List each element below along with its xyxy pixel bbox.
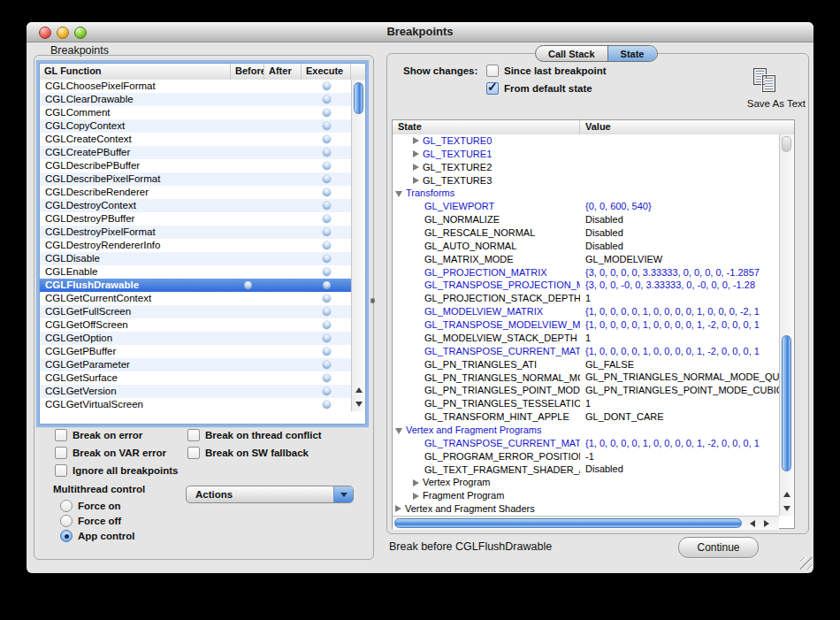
after-cell[interactable] <box>264 199 302 212</box>
column-header-after[interactable]: After <box>264 64 302 80</box>
before-cell[interactable] <box>231 133 264 146</box>
after-cell[interactable] <box>264 212 302 226</box>
execute-cell[interactable] <box>302 239 351 252</box>
after-cell[interactable] <box>264 186 302 199</box>
scroll-up-button[interactable] <box>352 383 366 397</box>
execute-cell[interactable] <box>302 226 351 239</box>
tab-call-stack[interactable]: Call Stack <box>536 46 607 61</box>
column-header-value[interactable]: Value <box>580 120 794 134</box>
execute-breakpoint-icon[interactable] <box>323 202 331 210</box>
execute-cell[interactable] <box>302 332 351 345</box>
state-row[interactable]: GL_PROGRAM_ERROR_POSITION_A-1 <box>393 450 779 463</box>
gl-function-row[interactable]: CGLDescribeRenderer <box>40 186 351 199</box>
tab-state[interactable]: State <box>607 46 657 61</box>
execute-cell[interactable] <box>302 279 351 292</box>
gl-function-row[interactable]: CGLGetPBuffer <box>40 345 351 358</box>
after-cell[interactable] <box>264 398 302 411</box>
before-cell[interactable] <box>231 265 264 279</box>
state-row[interactable]: Vertex and Fragment Shaders <box>393 502 779 516</box>
gl-function-row[interactable]: CGLDescribePBuffer <box>40 159 351 172</box>
gl-function-row[interactable]: CGLCopyContext <box>40 119 351 133</box>
execute-breakpoint-icon[interactable] <box>323 361 331 369</box>
gl-function-row[interactable]: CGLDestroyPixelFormat <box>40 226 351 239</box>
disclosure-collapsed-icon[interactable] <box>413 177 419 184</box>
after-cell[interactable] <box>264 146 302 159</box>
after-cell[interactable] <box>264 226 302 239</box>
execute-cell[interactable] <box>302 345 351 358</box>
ignore-all-breakpoints-checkbox[interactable]: Ignore all breakpoints <box>55 464 179 477</box>
after-cell[interactable] <box>264 93 302 106</box>
before-cell[interactable] <box>231 93 264 106</box>
gl-function-row[interactable]: CGLGetFullScreen <box>40 305 351 318</box>
after-cell[interactable] <box>264 133 302 146</box>
state-row[interactable]: GL_PN_TRIANGLES_POINT_MODE_GL_PN_TRIANGL… <box>393 384 779 397</box>
after-cell[interactable] <box>264 80 302 93</box>
execute-breakpoint-icon[interactable] <box>323 135 331 143</box>
before-cell[interactable] <box>231 371 264 385</box>
execute-breakpoint-icon[interactable] <box>323 109 331 117</box>
after-cell[interactable] <box>264 119 302 133</box>
before-cell[interactable] <box>231 318 264 332</box>
execute-cell[interactable] <box>302 305 351 318</box>
disclosure-collapsed-icon[interactable] <box>413 150 419 157</box>
scroll-left-button[interactable] <box>745 517 760 531</box>
execute-breakpoint-icon[interactable] <box>323 149 331 157</box>
after-cell[interactable] <box>264 345 302 358</box>
execute-cell[interactable] <box>302 119 351 133</box>
gl-function-row[interactable]: CGLDescribePixelFormat <box>40 172 351 186</box>
column-header-before[interactable]: Before <box>231 64 264 80</box>
after-cell[interactable] <box>264 385 302 398</box>
state-row[interactable]: GL_TRANSPOSE_CURRENT_MATRI{1, 0, 0, 0, 0… <box>393 437 779 450</box>
before-cell[interactable] <box>231 186 264 199</box>
before-cell[interactable] <box>231 332 264 345</box>
gl-function-row[interactable]: CGLGetOffScreen <box>40 318 351 332</box>
execute-cell[interactable] <box>302 133 351 146</box>
before-cell[interactable] <box>231 292 264 305</box>
state-row[interactable]: GL_TEXTURE2 <box>393 161 779 174</box>
since-last-breakpoint-checkbox[interactable]: Since last breakpoint <box>486 65 607 77</box>
break-on-thread-conflict-checkbox[interactable]: Break on thread conflict <box>187 429 322 441</box>
before-breakpoint-icon[interactable] <box>244 281 252 289</box>
break-on-error-checkbox[interactable]: Break on error <box>55 429 142 441</box>
resize-grip[interactable] <box>800 557 813 570</box>
before-cell[interactable] <box>231 252 264 265</box>
execute-cell[interactable] <box>302 265 351 279</box>
execute-cell[interactable] <box>302 172 351 186</box>
scrollbar-thumb[interactable] <box>394 518 742 528</box>
gl-function-row[interactable]: CGLClearDrawable <box>40 93 351 106</box>
before-cell[interactable] <box>231 358 264 371</box>
execute-cell[interactable] <box>302 385 351 398</box>
after-cell[interactable] <box>264 358 302 371</box>
execute-cell[interactable] <box>302 318 351 332</box>
execute-breakpoint-icon[interactable] <box>323 122 331 130</box>
disclosure-collapsed-icon[interactable] <box>413 137 419 144</box>
execute-cell[interactable] <box>302 80 351 93</box>
scrollbar-thumb[interactable] <box>782 335 791 471</box>
state-row[interactable]: GL_NORMALIZEDisabled <box>393 213 779 226</box>
gl-list-vertical-scrollbar[interactable] <box>351 80 365 411</box>
column-header-execute[interactable]: Execute <box>302 64 351 80</box>
before-cell[interactable] <box>231 172 264 186</box>
state-row[interactable]: GL_PROJECTION_MATRIX{3, 0, 0, 0, 0, 3.33… <box>393 266 779 279</box>
execute-breakpoint-icon[interactable] <box>323 401 331 409</box>
after-cell[interactable] <box>264 265 302 279</box>
gl-function-row[interactable]: CGLGetVirtualScreen <box>40 398 351 411</box>
disclosure-expanded-icon[interactable] <box>395 191 402 197</box>
gl-function-row[interactable]: CGLGetVersion <box>40 385 351 398</box>
force-off-radio[interactable]: Force off <box>60 515 121 527</box>
state-row[interactable]: GL_TRANSFORM_HINT_APPLEGL_DONT_CARE <box>393 410 779 424</box>
scroll-down-button[interactable] <box>352 397 366 411</box>
scroll-up-button[interactable] <box>780 487 794 501</box>
state-row[interactable]: Vertex and Fragment Programs <box>393 424 779 437</box>
gl-function-row[interactable]: CGLGetSurface <box>40 371 351 385</box>
state-row[interactable]: Vertex Program <box>393 476 779 489</box>
state-row[interactable]: Fragment Program <box>393 489 779 502</box>
execute-cell[interactable] <box>302 398 351 411</box>
execute-cell[interactable] <box>302 292 351 305</box>
disclosure-collapsed-icon[interactable] <box>413 493 419 500</box>
execute-cell[interactable] <box>302 159 351 172</box>
gl-function-row[interactable]: CGLGetCurrentContext <box>40 292 351 305</box>
execute-breakpoint-icon[interactable] <box>323 82 331 90</box>
execute-breakpoint-icon[interactable] <box>323 241 331 249</box>
state-row[interactable]: GL_TRANSPOSE_PROJECTION_MAT{3, 0, 0, -0,… <box>393 279 779 292</box>
